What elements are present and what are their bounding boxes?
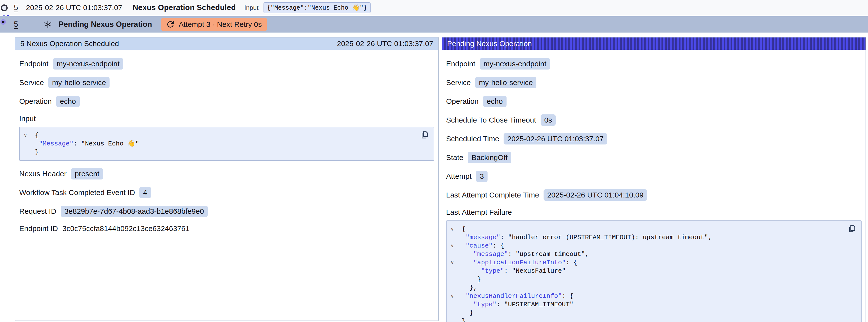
event-detail-panel-header: 5 Nexus Operation Scheduled 2025-02-26 U… <box>15 37 438 50</box>
pending-operation-title: Pending Nexus Operation <box>59 20 152 29</box>
timeline-filled-dot-icon[interactable] <box>0 19 6 25</box>
json-line: "Message": "Nexus Echo 👋" <box>23 139 416 148</box>
json-code: ∨ { "message": "handler error (UPSTREAM_… <box>450 225 844 322</box>
retry-attempt-badge[interactable]: Attempt 3 · Next Retry 0s <box>161 18 267 31</box>
gutter-spacer <box>450 309 458 317</box>
json-text: } <box>469 309 473 317</box>
json-text: } <box>462 318 466 322</box>
field-label: Service <box>446 78 471 87</box>
json-line: ∨ { <box>450 225 844 233</box>
json-line-content: "Message": "Nexus Echo 👋" <box>31 139 139 148</box>
copy-button[interactable] <box>420 130 430 140</box>
chevron-down-icon[interactable]: ∨ <box>450 292 458 300</box>
json-line-content: { <box>31 131 39 139</box>
field-row: Last Attempt Complete Time2025-02-26 UTC… <box>446 189 862 201</box>
field-value-chip: 2025-02-26 UTC 01:04:10.09 <box>544 189 647 201</box>
field-row: Workflow Task Completed Event ID4 <box>19 187 434 198</box>
json-line: } <box>450 275 844 284</box>
copy-icon <box>848 224 857 233</box>
json-line-content: } <box>458 309 473 317</box>
field-group-bottom: Nexus HeaderpresentWorkflow Task Complet… <box>19 168 434 233</box>
copy-icon <box>421 130 429 139</box>
json-line-content: { <box>458 225 466 233</box>
json-line: ∨ "nexusHandlerFailureInfo": { <box>450 292 844 300</box>
field-group-top: Endpointmy-nexus-endpointServicemy-hello… <box>19 58 434 107</box>
json-text: : { <box>493 242 504 250</box>
gutter-spacer <box>450 250 458 258</box>
json-key: "nexusHandlerFailureInfo" <box>466 292 562 300</box>
field-value-chip: present <box>71 168 103 180</box>
json-text: : "upstream timeout", <box>508 251 589 258</box>
field-label: Workflow Task Completed Event ID <box>19 188 135 197</box>
input-inline-value-chip: {"Message":"Nexus Echo 👋"} <box>264 2 371 13</box>
event-detail-panel-body: Endpointmy-nexus-endpointServicemy-hello… <box>15 50 438 245</box>
chevron-down-icon[interactable]: ∨ <box>23 131 31 139</box>
input-section-label: Input <box>19 115 434 123</box>
pending-operation-panel-header: Pending Nexus Operation <box>442 37 866 50</box>
json-line: "message": "handler error (UPSTREAM_TIME… <box>450 233 844 242</box>
field-row: Operationecho <box>446 96 862 107</box>
copy-button[interactable] <box>847 224 857 234</box>
json-text: }, <box>469 284 477 291</box>
field-value-chip: 4 <box>140 187 151 198</box>
gutter-spacer <box>450 284 458 292</box>
json-line: }, <box>450 284 844 292</box>
field-row: Endpoint ID3c0c75ccfa8144b092c13ce632463… <box>19 224 434 233</box>
panel-title: Pending Nexus Operation <box>447 39 532 48</box>
chevron-down-icon[interactable]: ∨ <box>450 242 458 250</box>
json-text: : { <box>566 259 577 266</box>
field-row: Nexus Headerpresent <box>19 168 434 180</box>
event-detail-panel: 5 Nexus Operation Scheduled 2025-02-26 U… <box>15 37 439 321</box>
input-inline-label: Input <box>244 4 258 11</box>
json-line: } <box>450 309 844 317</box>
json-line-content: } <box>458 275 481 284</box>
json-text: { <box>35 132 39 139</box>
retry-badge-label: Attempt 3 · Next Retry 0s <box>179 20 262 29</box>
json-key: "message" <box>473 251 508 258</box>
field-row: StateBackingOff <box>446 152 862 163</box>
json-key: "type" <box>481 267 504 275</box>
chevron-down-icon[interactable]: ∨ <box>450 225 458 233</box>
timeline-open-circle-icon[interactable] <box>1 4 8 11</box>
field-row: Servicemy-hello-service <box>446 77 862 88</box>
json-line: "message": "upstream timeout", <box>450 250 844 258</box>
field-label: Operation <box>446 97 479 105</box>
event-row-scheduled[interactable]: 5 2025-02-26 UTC 01:03:37.07 Nexus Opera… <box>0 0 868 15</box>
pending-operation-panel: Pending Nexus Operation Endpointmy-nexus… <box>442 37 866 322</box>
json-line-content: "nexusHandlerFailureInfo": { <box>458 292 574 300</box>
field-row: Operationecho <box>19 96 434 107</box>
json-line-content: } <box>458 317 466 322</box>
chevron-down-icon[interactable]: ∨ <box>450 258 458 267</box>
event-id-link[interactable]: 5 <box>14 20 18 29</box>
field-label: Last Attempt Complete Time <box>446 191 539 199</box>
field-row: Request ID3e829b7e-7d67-4b08-aad3-b1e868… <box>19 205 434 217</box>
field-label: Schedule To Close Timeout <box>446 116 536 124</box>
json-text: } <box>35 149 39 156</box>
json-line: "type": "UPSTREAM_TIMEOUT" <box>450 300 844 309</box>
json-line-content: }, <box>458 284 477 292</box>
event-timestamp: 2025-02-26 UTC 01:03:37.07 <box>26 3 122 12</box>
field-label: Attempt <box>446 172 471 181</box>
field-row: Scheduled Time2025-02-26 UTC 01:03:37.07 <box>446 133 862 144</box>
field-value-chip: my-hello-service <box>49 77 110 88</box>
json-line-content: "type": "NexusFailure" <box>458 267 566 275</box>
event-id-link[interactable]: 5 <box>14 3 18 12</box>
json-text: : "Nexus Echo 👋" <box>73 140 139 148</box>
gutter-spacer <box>450 275 458 284</box>
input-json-viewer: ∨ { "Message": "Nexus Echo 👋" } <box>19 127 434 161</box>
failure-section-label: Last Attempt Failure <box>446 208 862 217</box>
event-title: Nexus Operation Scheduled <box>133 3 236 12</box>
json-line-content: "message": "handler error (UPSTREAM_TIME… <box>458 233 712 242</box>
field-row: Servicemy-hello-service <box>19 77 434 88</box>
field-value-chip: my-nexus-endpoint <box>53 58 123 69</box>
event-row-pending[interactable]: 5 Pending Nexus Operation Attempt 3 · Ne… <box>0 16 868 33</box>
json-line: ∨ { <box>23 131 416 139</box>
field-label: Operation <box>19 97 52 105</box>
field-value-chip: 2025-02-26 UTC 01:03:37.07 <box>503 133 607 144</box>
json-text: { <box>462 225 466 233</box>
gutter-spacer <box>450 317 458 322</box>
json-line-content: "applicationFailureInfo": { <box>458 258 577 267</box>
field-value-chip: 3e829b7e-7d67-4b08-aad3-b1e868bfe9e0 <box>61 205 208 217</box>
panel-timestamp: 2025-02-26 UTC 01:03:37.07 <box>337 39 433 48</box>
field-value-link[interactable]: 3c0c75ccfa8144b092c13ce632463761 <box>62 224 189 233</box>
